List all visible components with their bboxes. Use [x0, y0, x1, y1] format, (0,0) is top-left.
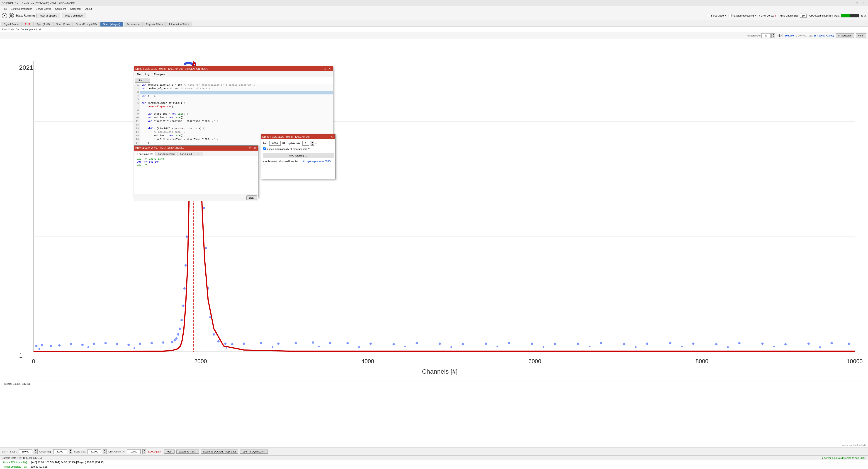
close-button[interactable]: ✕ — [861, 1, 866, 5]
fit-gaussian-button[interactable]: fit Gaussian — [836, 33, 854, 38]
svg-point-95 — [646, 342, 648, 345]
log-minimize-btn[interactable]: − — [244, 146, 248, 150]
launch-auto-checkbox[interactable] — [263, 147, 266, 150]
write-comment-button[interactable]: write a comment — [62, 13, 86, 18]
svg-point-23 — [116, 343, 118, 345]
tab-info-status[interactable]: Information/Status — [166, 22, 192, 27]
tab-phs[interactable]: PHS — [22, 22, 33, 27]
menu-server[interactable]: Server Config — [34, 7, 53, 11]
script-menu-examples[interactable]: Examples — [152, 72, 166, 76]
svg-point-65 — [38, 348, 40, 350]
script-minimize-btn[interactable]: − — [319, 67, 322, 70]
minimize-button[interactable]: − — [848, 1, 853, 5]
log-tab-successful[interactable]: Log-Successful — [156, 152, 178, 156]
tab-spec-ba[interactable]: Spec (B - A) — [53, 22, 72, 27]
stop-icon — [10, 14, 12, 17]
tab-spec-ab[interactable]: Spec (A - B) — [33, 22, 53, 27]
code-line-13: 13 while (timeDiff < measure_time_in_s) … — [134, 127, 333, 131]
tab-signal-scope[interactable]: Signal Scope — [1, 22, 22, 27]
server-window-controls: − ✕ — [326, 135, 334, 138]
svg-point-66 — [87, 346, 89, 348]
menu-comment[interactable]: Comment — [53, 7, 68, 11]
menu-about[interactable]: About — [84, 7, 94, 11]
reset-button[interactable]: reset — [164, 449, 175, 454]
run-button[interactable]: Run ... — [135, 78, 150, 83]
menu-calculator[interactable]: Calculator — [68, 7, 83, 11]
svg-point-83 — [370, 342, 372, 345]
parallel-group: Parallel Processing ? — [728, 14, 756, 17]
maximize-button[interactable]: □ — [855, 1, 859, 5]
menu-file[interactable]: File — [1, 7, 9, 11]
open-dquick-button[interactable]: open in DQuickLTFit — [240, 449, 268, 454]
svg-point-109 — [543, 346, 545, 348]
chunk-input[interactable] — [800, 13, 807, 18]
no-script-bar: <no script-file loaded> — [0, 443, 868, 447]
port-input[interactable] — [269, 141, 281, 145]
tab-persistence[interactable]: Persistence — [124, 22, 143, 27]
parallel-label: Parallel Processing ? — [733, 14, 756, 17]
fit-iterations-input[interactable] — [762, 33, 771, 38]
script-menu-file[interactable]: File — [135, 72, 143, 76]
menu-scriptjob[interactable]: Script/Jobmanager — [9, 7, 34, 11]
update-rate-up[interactable]: ▲ — [311, 141, 314, 143]
reset-spectra-button[interactable]: reset all spectra — [36, 13, 60, 18]
svg-point-35 — [183, 287, 186, 290]
burst-mode-label: Burst-Mode ? — [711, 14, 726, 17]
tab-spec-prompt[interactable]: Spec (Prompt/IRF) — [73, 22, 100, 27]
script-close-btn[interactable]: ✕ — [328, 67, 332, 70]
fit-clear-button[interactable]: clear — [856, 33, 866, 38]
log-tab-other[interactable]: L... — [194, 152, 203, 156]
svg-point-87 — [462, 343, 464, 345]
log-window: DDRS4PALS v1.15 - official - (2021-04-30… — [134, 145, 258, 198]
log-clear-button[interactable]: clear — [246, 195, 257, 200]
svg-text:4000: 4000 — [361, 358, 374, 364]
svg-point-91 — [554, 343, 556, 345]
log-window-title: DDRS4PALS v1.15 - official - (2021-04-30… — [135, 147, 187, 149]
svg-point-57 — [224, 342, 226, 345]
server-minimize-btn[interactable]: − — [326, 135, 329, 138]
ats-down[interactable]: ▼ — [34, 451, 37, 454]
svg-point-64 — [329, 342, 332, 344]
tab-spec-merged[interactable]: Spec (Merged) — [100, 22, 123, 27]
parallel-checkbox[interactable] — [728, 14, 732, 17]
server-window-title: DDRS4PALS v1.15 - official - (2021-04-30… — [262, 135, 310, 138]
scale-label: Scale [ns]: — [74, 450, 86, 453]
port-label: Port: — [263, 142, 268, 145]
play-button[interactable]: ▶ — [2, 13, 7, 18]
scale-input[interactable] — [88, 449, 101, 454]
scale-down[interactable]: ▼ — [103, 451, 106, 454]
log-tab-failed[interactable]: Log-Failed — [178, 152, 194, 156]
svg-point-67 — [133, 347, 135, 349]
server-close-btn[interactable]: ✕ — [330, 135, 334, 138]
export-ascii-button[interactable]: export as ASCII — [176, 449, 198, 454]
chn-down[interactable]: ▼ — [143, 451, 146, 454]
log-tab-complete[interactable]: Log-Complete — [135, 152, 156, 156]
stop-button[interactable] — [9, 13, 14, 18]
fit-iterations-down[interactable]: ▼ — [772, 36, 775, 38]
tab-physical-filters[interactable]: Physical Filters — [143, 22, 166, 27]
script-maximize-btn[interactable]: □ — [323, 67, 327, 70]
chn-input[interactable] — [127, 449, 141, 454]
script-window-controls: − □ ✕ — [319, 67, 332, 70]
offset-label: Offset [ns]: — [39, 450, 52, 453]
code-line-3: 3 — [134, 91, 333, 94]
ats-input[interactable] — [19, 449, 32, 454]
burst-mode-checkbox[interactable] — [707, 14, 710, 17]
y-min-label: 1 — [19, 352, 23, 359]
cpu-load-pct: 47 % — [861, 14, 866, 17]
no-script-text: <no script-file loaded> — [842, 444, 866, 446]
sample-rate-text: Sample Rate [Hz]: 1032.10 (513.75) — [2, 457, 42, 459]
offset-spinner: ▲ ▼ — [69, 449, 72, 454]
update-rate-input[interactable] — [302, 141, 309, 145]
log-close-btn[interactable]: ✕ — [253, 146, 257, 150]
t0-group: t₀ [ps]: 105.000 — [777, 34, 794, 37]
update-rate-down[interactable]: ▼ — [311, 143, 314, 145]
code-line-4: 4 var i = 0; — [134, 94, 333, 98]
log-clear-bar: clear — [134, 194, 258, 201]
stop-listening-button[interactable]: stop listening ... — [263, 153, 334, 158]
script-menu-log[interactable]: Log — [144, 72, 151, 76]
offset-down[interactable]: ▼ — [69, 451, 72, 454]
offset-input[interactable] — [53, 449, 67, 454]
export-dquick-button[interactable]: export as DQuickLTFit project — [200, 449, 239, 454]
log-maximize-btn[interactable]: □ — [248, 146, 252, 150]
